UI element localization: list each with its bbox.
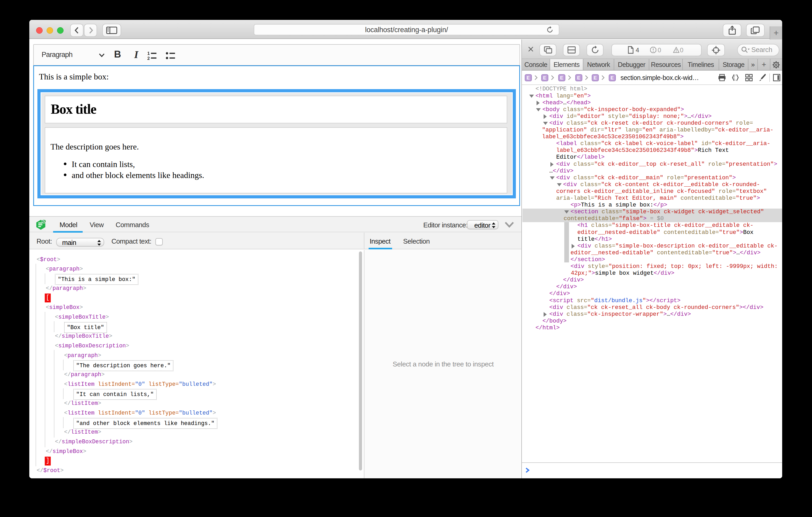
svg-text:5: 5 [43,220,45,223]
svg-text:1: 1 [147,51,150,56]
svg-text:2: 2 [147,56,150,60]
